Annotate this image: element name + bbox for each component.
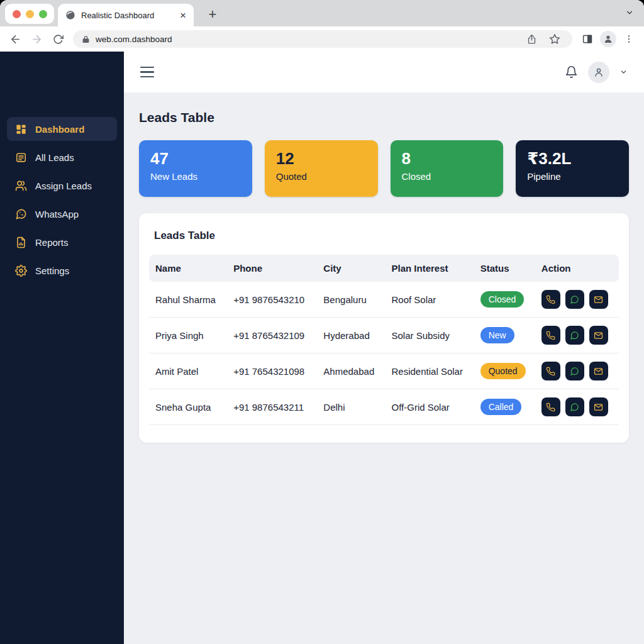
minimize-window-button[interactable] <box>26 10 34 18</box>
whatsapp-icon <box>570 331 579 340</box>
lead-name: Amit Patel <box>149 358 227 385</box>
sidebar-item-reports[interactable]: Reports <box>7 230 117 254</box>
forward-icon[interactable] <box>28 30 45 48</box>
traffic-lights <box>5 4 54 24</box>
bookmark-star-icon[interactable] <box>546 30 564 48</box>
row-actions <box>535 282 619 317</box>
row-actions <box>535 318 619 353</box>
stat-value: 12 <box>276 148 367 169</box>
status-badge: Closed <box>480 291 525 308</box>
lead-phone: +91 9876543211 <box>227 394 317 421</box>
table-body: Rahul Sharma +91 9876543210 Bengaluru Ro… <box>149 282 619 425</box>
status-badge: Quoted <box>480 363 526 379</box>
account-chevron-down-icon[interactable] <box>619 68 628 76</box>
lead-phone: +91 9876543210 <box>227 286 317 313</box>
email-button[interactable] <box>589 290 608 309</box>
lead-name: Priya Singh <box>149 322 227 349</box>
close-window-button[interactable] <box>13 10 21 18</box>
url-text: web.com.dashboard <box>96 35 517 44</box>
page-content: Leads Table 47 New Leads 12 Quoted 8 Clo… <box>124 92 644 644</box>
browser-menu-kebab-icon[interactable] <box>620 30 638 48</box>
side-panel-icon[interactable] <box>579 30 596 48</box>
call-button[interactable] <box>541 397 560 416</box>
table-row: Rahul Sharma +91 9876543210 Bengaluru Ro… <box>149 282 619 318</box>
column-header-plan-interest: Plan Interest <box>386 255 474 282</box>
stat-card-new-leads[interactable]: 47 New Leads <box>139 140 252 197</box>
report-icon <box>15 236 27 248</box>
dashboard-grid-icon <box>15 123 27 135</box>
lead-city: Delhi <box>317 394 385 421</box>
lead-plan-interest: Residential Solar <box>386 358 474 385</box>
zoom-window-button[interactable] <box>39 10 47 18</box>
lead-plan-interest: Solar Subsidy <box>386 322 474 349</box>
browser-window: Realistic Dashboard × + web.com.dashboar… <box>0 0 644 644</box>
page-title: Leads Table <box>139 110 629 125</box>
stat-value: ₹3.2L <box>527 148 618 169</box>
table-row: Sneha Gupta +91 9876543211 Delhi Off-Gri… <box>149 389 619 425</box>
mail-icon <box>594 402 603 412</box>
table-title: Leads Table <box>154 230 619 242</box>
lead-phone: +91 8765432109 <box>227 322 317 349</box>
sidebar-item-label: Reports <box>35 237 69 248</box>
lead-plan-interest: Off-Grid Solar <box>386 394 474 421</box>
stat-label: New Leads <box>150 171 241 182</box>
whatsapp-button[interactable] <box>565 326 584 345</box>
stat-card-closed[interactable]: 8 Closed <box>391 140 504 197</box>
row-actions <box>535 389 619 425</box>
sidebar-item-settings[interactable]: Settings <box>7 258 117 282</box>
sidebar-item-whatsapp[interactable]: WhatsApp <box>7 202 117 226</box>
share-icon[interactable] <box>523 30 540 48</box>
whatsapp-button[interactable] <box>565 362 584 380</box>
address-bar[interactable]: web.com.dashboard <box>73 30 572 48</box>
lead-name: Rahul Sharma <box>149 286 227 313</box>
whatsapp-icon <box>570 402 579 412</box>
email-button[interactable] <box>589 397 608 416</box>
call-button[interactable] <box>541 326 560 345</box>
sidebar-item-all-leads[interactable]: All Leads <box>7 145 117 169</box>
refresh-icon[interactable] <box>49 30 67 48</box>
stat-card-quoted[interactable]: 12 Quoted <box>265 140 378 197</box>
list-icon <box>15 152 27 164</box>
stat-card-pipeline[interactable]: ₹3.2L Pipeline <box>516 140 629 197</box>
lead-city: Ahmedabad <box>317 358 385 385</box>
user-avatar[interactable] <box>588 62 609 83</box>
sidebar-item-dashboard[interactable]: Dashboard <box>7 117 117 141</box>
stat-label: Quoted <box>276 171 367 182</box>
lock-icon <box>82 35 90 43</box>
whatsapp-button[interactable] <box>565 397 584 416</box>
notifications-bell-icon[interactable] <box>565 65 578 79</box>
main-area: Leads Table 47 New Leads 12 Quoted 8 Clo… <box>124 52 644 644</box>
email-button[interactable] <box>589 326 608 345</box>
phone-icon <box>546 331 555 340</box>
whatsapp-icon <box>570 367 579 376</box>
top-bar <box>124 52 644 92</box>
sidebar-item-assign-leads[interactable]: Assign Leads <box>7 174 117 197</box>
browser-profile-icon[interactable] <box>600 31 616 47</box>
hamburger-menu-icon[interactable] <box>140 67 154 78</box>
whatsapp-icon <box>15 208 27 220</box>
browser-tab[interactable]: Realistic Dashboard × <box>58 4 194 26</box>
table-header-row: Name Phone City Plan Interest Status Act… <box>149 255 619 282</box>
mail-icon <box>594 331 603 340</box>
back-icon[interactable] <box>6 30 24 48</box>
email-button[interactable] <box>589 362 608 380</box>
stat-value: 8 <box>402 148 492 169</box>
call-button[interactable] <box>541 362 560 380</box>
sidebar-item-label: All Leads <box>35 152 74 163</box>
table-row: Amit Patel +91 7654321098 Ahmedabad Resi… <box>149 353 619 389</box>
new-tab-button[interactable]: + <box>204 6 221 23</box>
whatsapp-button[interactable] <box>565 290 584 309</box>
tab-title: Realistic Dashboard <box>81 11 174 20</box>
mail-icon <box>594 295 603 304</box>
tab-search-chevron-icon[interactable] <box>625 8 634 17</box>
stats-row: 47 New Leads 12 Quoted 8 Closed ₹3.2L Pi… <box>139 140 629 197</box>
leads-table-card: Leads Table Name Phone City Plan Interes… <box>139 213 629 443</box>
status-badge: Called <box>480 399 522 415</box>
column-header-action: Action <box>535 255 619 282</box>
status-badge: New <box>480 327 514 343</box>
lead-phone: +91 7654321098 <box>227 358 317 385</box>
call-button[interactable] <box>541 290 560 309</box>
tab-close-icon[interactable]: × <box>180 10 186 21</box>
phone-icon <box>546 402 555 412</box>
tab-strip: Realistic Dashboard × + <box>0 0 644 26</box>
